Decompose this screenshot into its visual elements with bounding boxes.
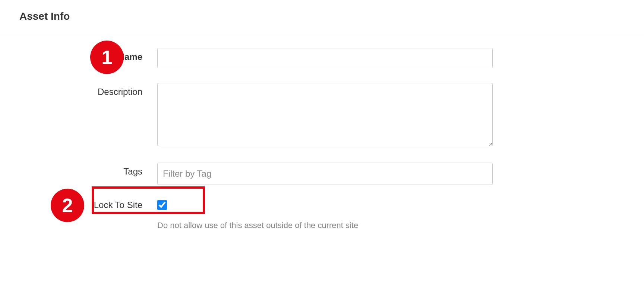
description-label: Description bbox=[19, 83, 157, 97]
annotation-badge-1: 1 bbox=[90, 41, 124, 74]
lock-to-site-checkbox[interactable] bbox=[157, 200, 167, 210]
lock-to-site-help-row: Do not allow use of this asset outside o… bbox=[19, 214, 625, 230]
lock-to-site-row: 2 Lock To Site bbox=[19, 200, 625, 210]
lock-to-site-label: Lock To Site bbox=[19, 200, 157, 210]
description-row: Description bbox=[19, 83, 625, 148]
description-input[interactable] bbox=[157, 83, 493, 146]
asset-info-form: 1 Name Description Tags 2 Lock To Site D… bbox=[0, 33, 644, 230]
name-row: 1 Name bbox=[19, 48, 625, 68]
name-label: Name bbox=[19, 48, 157, 62]
name-input[interactable] bbox=[157, 48, 493, 68]
lock-to-site-help-text: Do not allow use of this asset outside o… bbox=[157, 214, 358, 230]
tags-row: Tags bbox=[19, 163, 625, 185]
section-title: Asset Info bbox=[0, 0, 644, 33]
tags-label: Tags bbox=[19, 163, 157, 177]
tags-input[interactable] bbox=[157, 163, 493, 185]
annotation-badge-2: 2 bbox=[51, 189, 84, 222]
